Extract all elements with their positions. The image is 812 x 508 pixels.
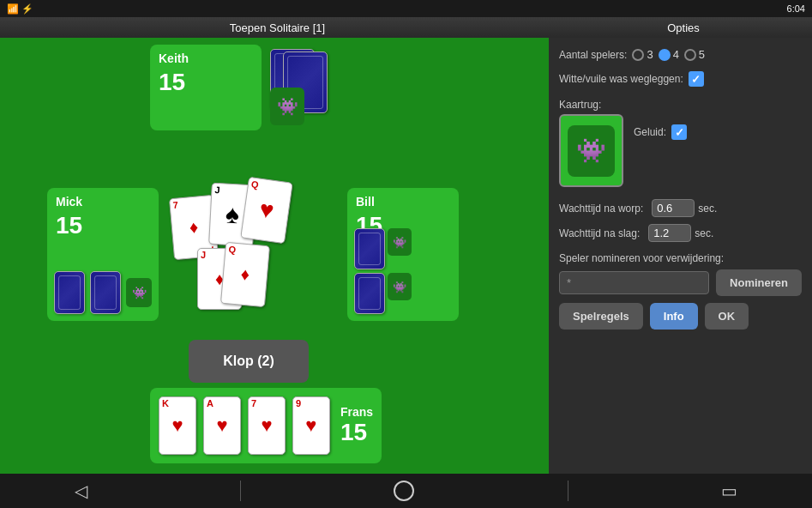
bill-card-1 [354,228,385,269]
mick-cards: 👾 [54,271,152,314]
radio-3[interactable]: 3 [632,48,653,61]
ok-button[interactable]: OK [705,303,749,330]
status-left-icons: 📶 ⚡ [7,3,33,15]
radio-5-circle[interactable] [684,49,696,61]
home-nav-button[interactable] [394,481,414,501]
mick-score: 15 [56,212,82,239]
nomineer-controls: * Nomineren [559,269,802,296]
wachttijd-slag-row: Wachttijd na slag: sec. [559,224,802,242]
back-nav-button[interactable]: ◁ [75,481,87,501]
keith-monster: 👾 [270,88,304,125]
frans-box: K ♥ A ♥ 7 ♥ 9 ♥ Frans 15 [150,388,382,463]
bill-card-row2: 👾 [354,273,412,314]
frans-card-k: K ♥ [159,396,196,455]
witte-vuile-row: Witte/vuile was wegleggen: ✓ [559,71,802,87]
kaartrug-monster: 👾 [568,125,615,177]
wachttijd-worp-input[interactable] [652,199,695,217]
frans-card-a: A ♥ [203,396,241,455]
geluid-label: Geluid: [634,126,666,138]
bill-cards: 👾 👾 [354,228,412,314]
title-bar: Toepen Solitaire [1] Opties [0,17,812,38]
mick-card-2 [90,271,121,314]
nomineer-button[interactable]: Nomineren [716,269,802,296]
witte-vuile-checkbox[interactable]: ✓ [689,71,704,87]
wachttijd-slag-input[interactable] [648,224,691,242]
kaartrug-geluid-row: Kaartrug: 👾 Geluid: ✓ [559,99,802,187]
aantal-spelers-row: Aantal spelers: 3 4 5 [559,48,802,61]
frans-name: Frans [340,405,373,419]
bill-card-row1: 👾 [354,228,412,269]
keith-area: Keith 15 👾 [150,45,339,139]
nav-divider-2 [568,481,568,501]
geluid-section: Geluid: ✓ [634,99,687,140]
table-cards: 7 ♦ 7 J ♠ Q ♥ J ♦ Q ♦ [171,179,326,325]
kaartrug-section: Kaartrug: 👾 [559,99,623,187]
radio-3-circle[interactable] [632,49,644,61]
recent-nav-button[interactable]: ▭ [721,481,737,501]
keith-name: Keith [159,51,189,65]
frans-card-9: 9 ♥ [292,396,330,455]
frans-score: 15 [340,419,373,446]
aantal-spelers-radio-group: 3 4 5 [632,48,705,61]
frans-score-box: Frans 15 [340,405,373,446]
spelregels-button[interactable]: Spelregels [559,303,643,330]
keith-score-box: Keith 15 [150,45,262,130]
wachttijd-worp-label: Wachttijd na worp: [559,203,643,215]
geluid-checkbox[interactable]: ✓ [671,124,687,140]
info-button[interactable]: Info [650,303,698,330]
aantal-spelers-label: Aantal spelers: [559,49,627,61]
bottom-nav-bar: ◁ ▭ [0,474,812,508]
frans-card-7: 7 ♥ [248,396,286,455]
wachttijd-worp-row: Wachttijd na worp: sec. [559,199,802,217]
bill-monster2: 👾 [388,273,412,300]
wachttijd-slag-label: Wachttijd na slag: [559,227,640,239]
status-bar: 📶 ⚡ 6:04 [0,0,812,17]
options-panel: Aantal spelers: 3 4 5 Witte/vuile was we… [549,38,812,474]
mick-area: Mick 15 👾 [47,188,159,321]
nav-divider-1 [240,481,241,501]
game-area: Keith 15 👾 Mick 15 👾 7 ♦ 7 J ♠ [0,38,549,474]
speler-nomineer-label: Speler nomineren voor verwijdering: [559,252,802,264]
mick-name: Mick [56,195,82,209]
kaartrug-preview[interactable]: 👾 [559,114,623,187]
kaartrug-label: Kaartrug: [559,99,623,111]
speler-nomineer-section: Speler nomineren voor verwijdering: * No… [559,252,802,296]
keith-score: 15 [159,69,185,96]
status-time: 6:04 [787,3,805,14]
mick-card-1 [54,271,85,314]
bill-name: Bill [356,195,375,209]
radio-4-circle[interactable] [659,49,671,61]
klop-button[interactable]: Klop (2) [189,340,309,383]
bill-monster1: 👾 [388,228,412,256]
action-buttons-row: Spelregels Info OK [559,303,802,330]
radio-4[interactable]: 4 [659,48,679,61]
nomineer-input[interactable]: * [559,271,709,294]
wachttijd-worp-unit: sec. [698,203,717,215]
frans-area: K ♥ A ♥ 7 ♥ 9 ♥ Frans 15 [150,388,382,463]
bill-score-box: Bill 15 👾 👾 [347,188,459,321]
radio-5[interactable]: 5 [684,48,705,61]
geluid-row: Geluid: ✓ [634,124,687,140]
mick-monster: 👾 [126,278,152,307]
mick-score-box: Mick 15 👾 [47,188,159,321]
table-card-extra: Q ♦ [220,242,270,307]
game-title-label: Toepen Solitaire [1] [0,21,555,34]
bill-card-2 [354,273,385,314]
wachttijd-slag-unit: sec. [695,227,713,239]
options-title-label: Opties [555,21,812,34]
table-card-qh: Q ♥ [240,177,293,245]
witte-vuile-label: Witte/vuile was wegleggen: [559,73,683,85]
bill-area: Bill 15 👾 👾 [347,188,459,321]
